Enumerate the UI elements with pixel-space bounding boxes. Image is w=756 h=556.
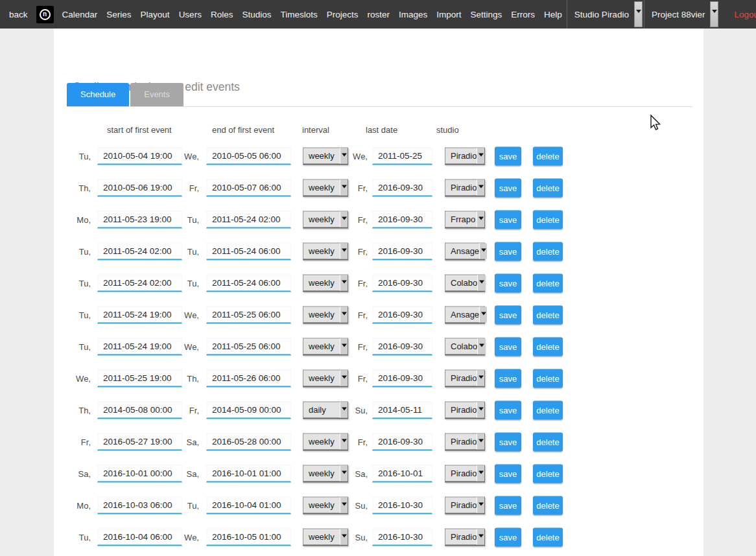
interval-select[interactable]: weekly (303, 369, 348, 387)
last-date-input[interactable] (372, 179, 432, 196)
studio-switcher-select[interactable]: Studio Piradio (567, 0, 644, 29)
studio-select[interactable]: Piradio (445, 179, 485, 196)
nav-item-roster[interactable]: roster (362, 10, 394, 19)
tab-schedule[interactable]: Schedule (67, 83, 129, 106)
nav-item-studios[interactable]: Studios (237, 10, 276, 19)
interval-select[interactable]: weekly (303, 433, 348, 450)
project-switcher-select[interactable]: Project 88vier (644, 0, 720, 29)
last-date-input[interactable] (372, 147, 432, 165)
last-date-input[interactable] (372, 369, 432, 387)
end-datetime-input[interactable] (206, 528, 291, 546)
interval-select[interactable]: weekly (303, 147, 348, 165)
last-date-input[interactable] (372, 496, 432, 514)
interval-select[interactable]: weekly (303, 496, 348, 514)
interval-select[interactable]: weekly (303, 338, 348, 355)
save-button[interactable]: save (495, 400, 521, 419)
nav-item-calendar[interactable]: Calendar (58, 10, 102, 19)
nav-item-users[interactable]: Users (174, 10, 206, 19)
start-datetime-input[interactable] (97, 401, 182, 419)
logout-link[interactable]: Logout (730, 10, 756, 19)
save-button[interactable]: save (495, 432, 521, 451)
save-button[interactable]: save (495, 178, 521, 197)
nav-item-series[interactable]: Series (102, 10, 136, 19)
studio-select[interactable]: Ansage (445, 242, 485, 260)
end-datetime-input[interactable] (206, 306, 291, 323)
save-button[interactable]: save (495, 210, 521, 229)
save-button[interactable]: save (495, 527, 521, 546)
start-datetime-input[interactable] (97, 338, 182, 355)
last-date-input[interactable] (372, 401, 432, 419)
delete-button[interactable]: delete (533, 305, 563, 324)
end-datetime-input[interactable] (206, 274, 291, 292)
end-datetime-input[interactable] (206, 242, 291, 260)
save-button[interactable]: save (495, 369, 521, 388)
nav-item-settings[interactable]: Settings (466, 10, 507, 19)
studio-select[interactable]: Piradio (445, 401, 485, 419)
delete-button[interactable]: delete (533, 400, 563, 419)
studio-select[interactable]: Frrapo (445, 211, 485, 228)
save-button[interactable]: save (495, 464, 521, 483)
start-datetime-input[interactable] (97, 433, 182, 450)
nav-item-errors[interactable]: Errors (506, 10, 539, 19)
delete-button[interactable]: delete (533, 432, 563, 451)
nav-item-playout[interactable]: Playout (136, 10, 174, 19)
studio-select[interactable]: Piradio (445, 147, 485, 165)
studio-select[interactable]: Colabo (445, 338, 485, 355)
last-date-input[interactable] (372, 211, 432, 228)
nav-item-help[interactable]: Help (539, 10, 567, 19)
studio-select[interactable]: Piradio (445, 433, 485, 450)
delete-button[interactable]: delete (533, 146, 563, 165)
interval-select[interactable]: weekly (303, 465, 348, 482)
nav-item-timeslots[interactable]: Timeslots (276, 10, 322, 19)
save-button[interactable]: save (495, 337, 521, 356)
end-datetime-input[interactable] (206, 338, 291, 355)
interval-select[interactable]: weekly (303, 242, 348, 260)
studio-select[interactable]: Colabo (445, 274, 485, 292)
delete-button[interactable]: delete (533, 464, 563, 483)
chevron-down-icon[interactable] (634, 1, 643, 27)
end-datetime-input[interactable] (206, 211, 291, 228)
nav-item-images[interactable]: Images (394, 10, 432, 19)
end-datetime-input[interactable] (206, 496, 291, 514)
interval-select[interactable]: weekly (303, 179, 348, 196)
start-datetime-input[interactable] (97, 179, 182, 196)
start-datetime-input[interactable] (97, 496, 182, 514)
start-datetime-input[interactable] (97, 306, 182, 323)
interval-select[interactable]: weekly (303, 306, 348, 323)
end-datetime-input[interactable] (206, 369, 291, 387)
start-datetime-input[interactable] (97, 211, 182, 228)
last-date-input[interactable] (372, 274, 432, 292)
end-datetime-input[interactable] (206, 179, 291, 196)
last-date-input[interactable] (372, 465, 432, 482)
chevron-down-icon[interactable] (710, 1, 718, 27)
save-button[interactable]: save (495, 305, 521, 324)
nav-item-import[interactable]: Import (432, 10, 466, 19)
save-button[interactable]: save (495, 496, 521, 515)
save-button[interactable]: save (495, 273, 521, 292)
end-datetime-input[interactable] (206, 465, 291, 482)
piradio-logo-icon[interactable]: n (36, 6, 54, 23)
studio-select[interactable]: Ansage (445, 306, 485, 323)
last-date-input[interactable] (372, 242, 432, 260)
nav-item-roles[interactable]: Roles (206, 10, 238, 19)
start-datetime-input[interactable] (97, 274, 182, 292)
last-date-input[interactable] (372, 528, 432, 546)
interval-select[interactable]: weekly (303, 211, 348, 228)
start-datetime-input[interactable] (97, 147, 182, 165)
delete-button[interactable]: delete (533, 496, 563, 515)
interval-select[interactable]: weekly (303, 274, 348, 292)
studio-select[interactable]: Piradio (445, 528, 485, 546)
last-date-input[interactable] (372, 306, 432, 323)
studio-select[interactable]: Piradio (445, 496, 485, 514)
end-datetime-input[interactable] (206, 401, 291, 419)
delete-button[interactable]: delete (533, 210, 563, 229)
delete-button[interactable]: delete (533, 242, 563, 261)
last-date-input[interactable] (372, 338, 432, 355)
studio-select[interactable]: Piradio (445, 369, 485, 387)
start-datetime-input[interactable] (97, 369, 182, 387)
nav-item-projects[interactable]: Projects (322, 10, 363, 19)
last-date-input[interactable] (372, 433, 432, 450)
tab-events[interactable]: Events (130, 83, 183, 106)
save-button[interactable]: save (495, 146, 521, 165)
start-datetime-input[interactable] (97, 465, 182, 482)
